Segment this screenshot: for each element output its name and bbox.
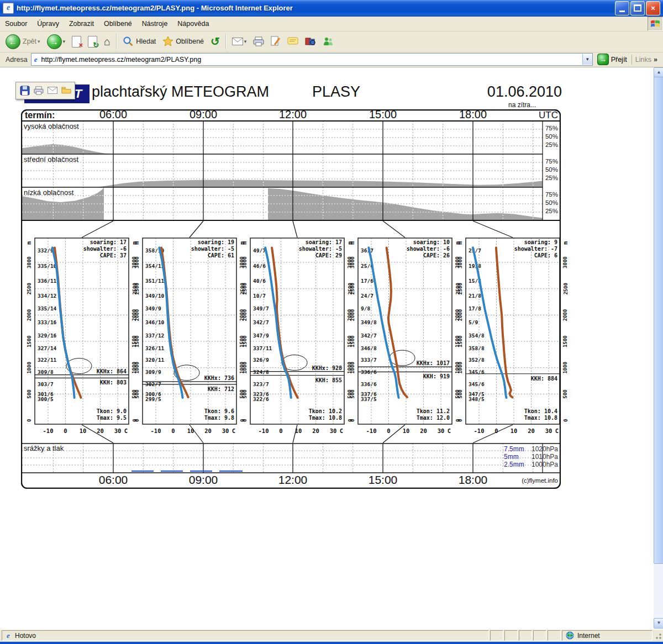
- sounding-panel-1800: -100102030C00500500100010001500150020002…: [455, 235, 571, 441]
- svg-text:30: 30: [545, 427, 552, 434]
- svg-text:Tkon: 9.6: Tkon: 9.6: [204, 408, 234, 414]
- svg-text:20: 20: [528, 427, 535, 434]
- wind-label: 17/8: [469, 305, 481, 312]
- svg-text:Tmax: 10.8: Tmax: 10.8: [309, 415, 342, 421]
- vertical-scrollbar[interactable]: ▲ ▼: [654, 67, 663, 629]
- image-toolbar: [15, 82, 75, 99]
- svg-text:3000: 3000: [563, 256, 569, 268]
- close-button[interactable]: ×: [646, 1, 660, 15]
- svg-text:3000: 3000: [242, 256, 248, 268]
- svg-text:KKH: 803: KKH: 803: [100, 379, 127, 386]
- history-button[interactable]: ↺: [207, 34, 223, 49]
- mail-icon[interactable]: [48, 87, 57, 94]
- address-input[interactable]: [40, 56, 582, 64]
- save-icon[interactable]: [20, 86, 30, 96]
- wind-label: 354/8: [469, 332, 485, 339]
- wind-label: 332/9: [38, 247, 54, 254]
- scroll-up-button[interactable]: ▲: [654, 67, 663, 78]
- ie-window-icon: e: [3, 3, 14, 14]
- mail-dropdown-icon[interactable]: ▾: [244, 39, 247, 44]
- maximize-button[interactable]: [630, 1, 645, 15]
- toolbar: ← Zpět ▾ → ▾ × ↻ ⌂ Hledat: [0, 31, 663, 52]
- forward-button[interactable]: → ▾: [44, 33, 69, 51]
- wind-label: 322/6: [253, 396, 269, 402]
- menu-upravy[interactable]: Úpravy: [32, 18, 64, 30]
- home-button[interactable]: ⌂: [101, 34, 114, 49]
- folder-icon[interactable]: [61, 86, 71, 94]
- address-dropdown-button[interactable]: ▾: [582, 54, 592, 65]
- svg-text:20: 20: [97, 427, 104, 434]
- search-button[interactable]: Hledat: [119, 34, 159, 49]
- svg-text:m: m: [134, 241, 140, 245]
- status-pane: [504, 630, 518, 641]
- security-zone-pane: Internet: [562, 630, 653, 641]
- wind-label: 351/11: [145, 278, 165, 284]
- forward-dropdown-icon[interactable]: ▾: [63, 39, 66, 44]
- svg-text:10: 10: [403, 427, 410, 434]
- minimize-button[interactable]: [615, 1, 629, 15]
- resize-grip[interactable]: [653, 631, 662, 640]
- high-cloud-label: vysoká oblačnost: [24, 122, 79, 130]
- status-pane: [548, 630, 561, 641]
- meteogram-title: plachtařský METEOGRAM: [92, 83, 269, 101]
- svg-text:Tmax: 12.0: Tmax: 12.0: [417, 415, 450, 421]
- status-message-pane: e Hotovo: [2, 630, 489, 641]
- wind-label: 323/7: [253, 381, 269, 387]
- svg-text:KKHx: 1017: KKHx: 1017: [417, 360, 450, 366]
- svg-text:0: 0: [457, 419, 463, 421]
- refresh-button[interactable]: ↻: [85, 34, 101, 49]
- stop-button[interactable]: ×: [69, 34, 85, 49]
- wind-label: 336/11: [38, 278, 57, 284]
- research-button[interactable]: [302, 35, 319, 48]
- menu-soubor[interactable]: Soubor: [0, 18, 32, 30]
- edit-button[interactable]: [267, 34, 284, 49]
- links-bar[interactable]: Links »: [632, 55, 661, 65]
- sounding-panel-1200: -100102030C00500500100010001500150020002…: [239, 235, 355, 441]
- discuss-button[interactable]: [284, 35, 302, 47]
- globe-icon: [566, 631, 574, 640]
- back-dropdown-icon[interactable]: ▾: [38, 39, 40, 44]
- links-label: Links: [635, 56, 651, 64]
- svg-text:30: 30: [330, 427, 337, 434]
- search-icon: [123, 36, 134, 47]
- print-icon[interactable]: [34, 86, 44, 95]
- wind-label: 5/9: [469, 319, 478, 325]
- menu-nastroje[interactable]: Nástroje: [137, 18, 173, 30]
- sounding-panel-0900: -100102030C00500500100010001500150020002…: [131, 235, 248, 441]
- svg-text:2000: 2000: [350, 309, 355, 321]
- svg-text:2500: 2500: [563, 283, 569, 295]
- wind-label: 326/9: [253, 357, 269, 363]
- svg-text:m: m: [457, 241, 463, 245]
- wind-label: 320/11: [145, 357, 165, 363]
- menu-oblibene[interactable]: Oblíbené: [99, 18, 137, 30]
- pct-25: 25%: [543, 208, 558, 214]
- wind-label: 24/7: [361, 293, 373, 299]
- svg-text:500: 500: [134, 389, 140, 398]
- svg-text:0: 0: [563, 419, 569, 421]
- favorites-button[interactable]: Oblíbené: [159, 34, 207, 49]
- print-button[interactable]: [250, 35, 267, 48]
- back-button[interactable]: ← Zpět ▾: [2, 33, 44, 51]
- svg-text:0: 0: [242, 419, 248, 421]
- messenger-button[interactable]: [319, 35, 337, 48]
- wind-label: 9/8: [361, 305, 370, 312]
- svg-text:showalter: -6: showalter: -6: [407, 246, 450, 252]
- svg-text:2000: 2000: [27, 309, 32, 321]
- pct-50: 50%: [543, 166, 558, 173]
- bottom-time-0600: 06:00: [88, 473, 138, 487]
- termin-label: termín:: [25, 110, 55, 120]
- mail-button[interactable]: ▾: [229, 36, 250, 47]
- wind-label: 337/5: [361, 396, 377, 402]
- svg-text:-10: -10: [474, 427, 485, 434]
- svg-text:1500: 1500: [350, 335, 355, 347]
- wind-label: 49/7: [253, 247, 266, 254]
- menu-zobrazit[interactable]: Zobrazit: [64, 18, 99, 30]
- scrollbar-thumb[interactable]: [654, 77, 663, 564]
- go-button[interactable]: → Přejít: [597, 54, 627, 65]
- menu-napoveda[interactable]: Nápověda: [172, 18, 214, 30]
- toolbar-separator: [116, 34, 117, 49]
- temperature-curve: [161, 247, 188, 397]
- status-pane: [519, 630, 532, 641]
- address-bar: Adresa e ▾ → Přejít Links »: [0, 52, 663, 67]
- scroll-down-button[interactable]: ▼: [654, 618, 663, 629]
